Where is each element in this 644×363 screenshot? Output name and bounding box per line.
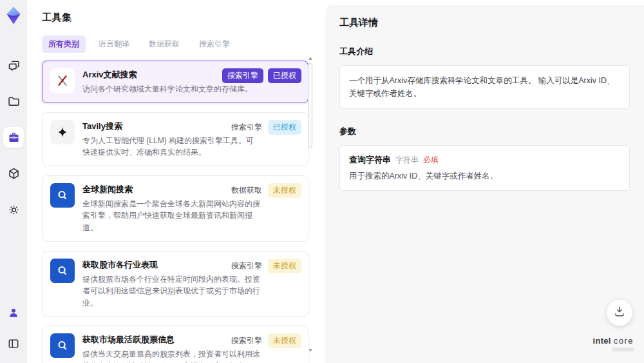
search-app-icon <box>50 183 75 208</box>
download-icon <box>613 305 626 320</box>
arxiv-icon <box>50 68 75 93</box>
tool-card-tavily[interactable]: Tavily搜索 专为人工智能代理 (LLM) 构建的搜索引擎工具。可快速提供实… <box>42 112 308 166</box>
page-title: 工具集 <box>42 12 321 24</box>
user-avatar-button[interactable] <box>3 302 24 323</box>
star-icon <box>50 120 75 144</box>
brand-word-core: core <box>614 336 634 346</box>
tab-language-translation[interactable]: 语言翻译 <box>92 35 136 53</box>
panel-layout-icon <box>7 337 20 350</box>
list-scrollbar[interactable] <box>307 57 314 352</box>
tool-card-global-news[interactable]: 全球新闻搜索 全球新闻搜索是一个聚合全球各大新闻网站内容的搜索引擎，帮助用户快速… <box>42 175 308 242</box>
category-badge: 搜索引擎 <box>230 259 263 273</box>
intel-core-logo: intel core <box>593 336 634 351</box>
scroll-up-arrow-icon[interactable] <box>308 57 312 60</box>
params-heading: 参数 <box>339 126 630 137</box>
category-badge: 数据获取 <box>230 183 263 198</box>
collapse-panel-button[interactable] <box>3 333 24 354</box>
sidebar-item-chat[interactable] <box>3 55 24 75</box>
auth-status-badge: 已授权 <box>268 120 301 135</box>
auth-status-badge: 未授权 <box>268 259 301 273</box>
detail-title: 工具详情 <box>339 17 630 29</box>
auth-status-badge: 未授权 <box>268 333 301 348</box>
gear-icon <box>7 203 21 217</box>
chat-icon <box>7 59 21 72</box>
folder-icon <box>7 95 21 108</box>
left-rail <box>0 0 27 363</box>
intro-heading: 工具介绍 <box>339 46 630 57</box>
tool-card-sector-performance[interactable]: 获取股市各行业表现 提供股票市场各个行业在特定时间段内的表现。投资者可以利用这些… <box>42 251 308 317</box>
tool-description: 访问各个研究领域大量科学论文和文章的存储库。 <box>82 83 260 95</box>
cube-icon <box>7 167 21 181</box>
sidebar-item-tools[interactable] <box>3 127 24 148</box>
param-required-flag: 必填 <box>423 155 439 166</box>
tool-description: 提供当天交易量最高的股票列表，投资者可以利用这些信息来识别流动性强的股票和潜在的… <box>82 348 260 363</box>
scrollbar-thumb[interactable] <box>308 63 312 148</box>
tool-detail-panel: 工具详情 工具介绍 一个用于从Arxiv存储库搜索科学论文和文章的工具。 输入可… <box>325 5 644 363</box>
intro-card: 一个用于从Arxiv存储库搜索科学论文和文章的工具。 输入可以是Arxiv ID… <box>339 65 630 109</box>
category-badge: 搜索引擎 <box>222 68 263 83</box>
param-card: 查询字符串 字符串 必填 用于搜索的Arxiv ID、关键字或作者姓名。 <box>339 145 630 191</box>
tool-card-active-stocks[interactable]: 获取市场最活跃股票信息 提供当天交易量最高的股票列表，投资者可以利用这些信息来识… <box>42 326 308 363</box>
intro-text: 一个用于从Arxiv存储库搜索科学论文和文章的工具。 输入可以是Arxiv ID… <box>349 74 620 100</box>
tool-list: Arxiv文献搜索 访问各个研究领域大量科学论文和文章的存储库。 搜索引擎 已授… <box>42 61 308 363</box>
tool-description: 提供股票市场各个行业在特定时间段内的表现。投资者可以利用这些信息来识别表现优于或… <box>82 273 260 309</box>
brand-word-intel: intel <box>593 336 611 346</box>
param-name: 查询字符串 <box>349 154 391 166</box>
category-tabs: 所有类别 语言翻译 数据获取 搜索引擎 <box>42 35 321 53</box>
tool-card-arxiv[interactable]: Arxiv文献搜索 访问各个研究领域大量科学论文和文章的存储库。 搜索引擎 已授… <box>42 61 308 103</box>
tool-list-panel: 工具集 所有类别 语言翻译 数据获取 搜索引擎 Arxiv文献搜索 访问各个研究… <box>27 0 321 363</box>
param-type: 字符串 <box>395 155 419 166</box>
tab-search-engine[interactable]: 搜索引擎 <box>193 35 236 53</box>
tool-description: 全球新闻搜索是一个聚合全球各大新闻网站内容的搜索引擎，帮助用户快速获取全球最新资… <box>82 198 260 234</box>
tool-description: 专为人工智能代理 (LLM) 构建的搜索引擎工具。可快速提供实时、准确和真实的结… <box>82 135 260 159</box>
brand-subtext-bar <box>612 348 634 351</box>
scroll-down-arrow-icon[interactable] <box>308 349 312 352</box>
search-app-icon <box>50 333 75 358</box>
category-badge: 搜索引擎 <box>230 120 263 135</box>
auth-status-badge: 已授权 <box>268 68 301 83</box>
tab-all-categories[interactable]: 所有类别 <box>42 35 86 53</box>
category-badge: 搜索引擎 <box>230 333 263 348</box>
download-button[interactable] <box>607 300 632 326</box>
param-description: 用于搜索的Arxiv ID、关键字或作者姓名。 <box>349 171 620 182</box>
search-app-icon <box>50 259 75 283</box>
user-icon <box>7 306 20 319</box>
app-logo-icon <box>5 6 23 25</box>
sidebar-item-packages[interactable] <box>3 163 24 184</box>
toolbox-icon <box>7 131 21 144</box>
sidebar-item-settings[interactable] <box>3 199 24 220</box>
sidebar-item-files[interactable] <box>3 91 24 112</box>
auth-status-badge: 未授权 <box>268 183 301 198</box>
tab-data-fetching[interactable]: 数据获取 <box>142 35 186 53</box>
